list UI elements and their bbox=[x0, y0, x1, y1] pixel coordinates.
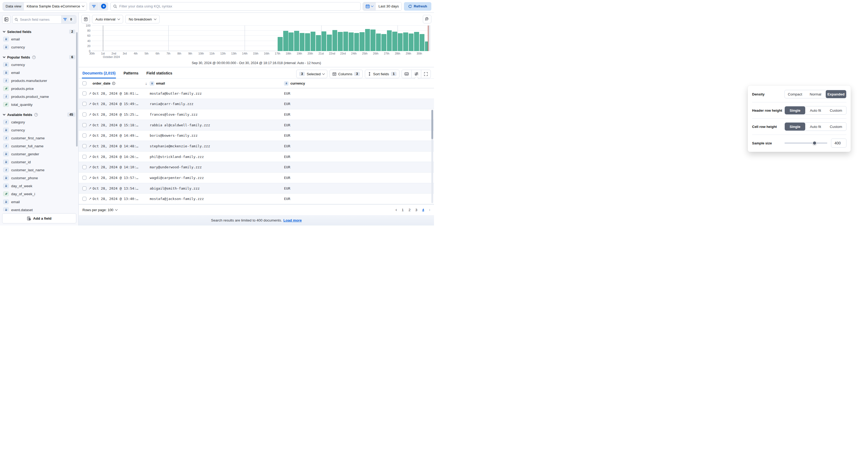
row-checkbox[interactable] bbox=[83, 176, 86, 180]
hide-chart-button[interactable] bbox=[82, 15, 90, 23]
selected-fields-button[interactable]: 3 Selected bbox=[296, 70, 328, 78]
table-row[interactable]: ↗Oct 28, 2024 @ 14:48:…stephanie@mckenzi… bbox=[79, 141, 434, 152]
histogram-bar[interactable] bbox=[365, 29, 370, 51]
load-more-link[interactable]: Load more bbox=[283, 218, 302, 222]
fields-list[interactable]: Selected fields2kemailkcurrencyPopular f… bbox=[0, 25, 79, 211]
table-row[interactable]: ↗Oct 28, 2024 @ 14:10:…mary@underwood-fa… bbox=[79, 162, 434, 172]
histogram-bar[interactable] bbox=[305, 33, 310, 51]
histogram-bar[interactable] bbox=[278, 37, 283, 51]
expand-document-icon[interactable]: ↗ bbox=[89, 197, 91, 201]
field-list-item[interactable]: kcurrency bbox=[3, 126, 75, 134]
histogram-bar[interactable] bbox=[300, 33, 305, 51]
row-checkbox[interactable] bbox=[83, 155, 86, 159]
expand-document-icon[interactable]: ↗ bbox=[89, 123, 91, 127]
field-section-header[interactable]: Popular fields?6 bbox=[3, 55, 75, 59]
histogram-bar[interactable] bbox=[338, 32, 343, 51]
table-row[interactable]: ↗Oct 28, 2024 @ 14:26:…phil@strickland-f… bbox=[79, 152, 434, 162]
expand-document-icon[interactable]: ↗ bbox=[89, 92, 91, 95]
histogram-bar[interactable] bbox=[288, 32, 293, 51]
histogram-bar[interactable] bbox=[343, 32, 348, 51]
table-row[interactable]: ↗Oct 28, 2024 @ 15:25:…frances@love-fami… bbox=[79, 109, 434, 120]
field-section-header[interactable]: Available fields?45 bbox=[3, 112, 75, 117]
histogram-bar[interactable] bbox=[316, 35, 321, 51]
expand-document-icon[interactable]: ↗ bbox=[89, 102, 91, 106]
histogram-bar[interactable] bbox=[354, 33, 359, 51]
histogram-bar[interactable] bbox=[376, 33, 381, 51]
page-3[interactable]: 3 bbox=[415, 208, 417, 212]
histogram-bar[interactable] bbox=[403, 32, 408, 51]
grid-scrollbar[interactable] bbox=[431, 110, 433, 203]
field-list-item[interactable]: kcustomer_id bbox=[3, 158, 75, 166]
table-row[interactable]: ↗Oct 28, 2024 @ 16:01:…mostafa@butler-fa… bbox=[79, 88, 434, 99]
field-list-item[interactable]: #day_of_week_i bbox=[3, 190, 75, 198]
page-2[interactable]: 2 bbox=[408, 208, 411, 212]
histogram-bar[interactable] bbox=[321, 31, 327, 51]
select-all-checkbox[interactable] bbox=[83, 82, 86, 85]
row-checkbox[interactable] bbox=[83, 112, 86, 117]
histogram-bar[interactable] bbox=[333, 30, 338, 51]
field-list-item[interactable]: kemail bbox=[3, 198, 75, 205]
expand-document-icon[interactable]: ↗ bbox=[89, 155, 91, 159]
fullscreen-button[interactable] bbox=[421, 70, 431, 78]
row-checkbox[interactable] bbox=[83, 123, 86, 127]
histogram-bar[interactable] bbox=[381, 34, 386, 51]
field-list-item[interactable]: kday_of_week bbox=[3, 182, 75, 190]
row-checkbox[interactable] bbox=[83, 102, 86, 106]
tab-documents[interactable]: Documents (2,015) bbox=[82, 69, 116, 78]
data-view-picker[interactable]: Data view Kibana Sample Data eCommerce bbox=[3, 2, 87, 11]
collapse-sidebar-button[interactable] bbox=[2, 15, 11, 24]
field-list-item[interactable]: kemail bbox=[3, 69, 75, 76]
sort-desc-icon[interactable]: ↓ bbox=[145, 82, 147, 86]
field-section-header[interactable]: Selected fields2 bbox=[3, 30, 75, 34]
histogram-bar[interactable] bbox=[409, 33, 414, 51]
row-checkbox[interactable] bbox=[83, 133, 86, 137]
expand-document-icon[interactable]: ↗ bbox=[89, 144, 91, 148]
field-filter-button[interactable]: 0 bbox=[61, 15, 76, 23]
data-view-value-button[interactable]: Kibana Sample Data eCommerce bbox=[24, 2, 87, 10]
expand-document-icon[interactable]: ↗ bbox=[89, 112, 91, 117]
add-filter-button[interactable]: + bbox=[99, 2, 108, 11]
field-list-item[interactable]: kcurrency bbox=[3, 61, 75, 68]
field-list-item[interactable]: tcategory bbox=[3, 118, 75, 126]
row-checkbox[interactable] bbox=[83, 197, 86, 201]
expand-document-icon[interactable]: ↗ bbox=[89, 186, 91, 190]
histogram-bar[interactable] bbox=[420, 34, 425, 51]
histogram-bar[interactable] bbox=[398, 33, 403, 51]
date-quick-select-button[interactable] bbox=[363, 2, 376, 10]
row-checkbox[interactable] bbox=[83, 92, 86, 95]
table-row[interactable]: ↗Oct 28, 2024 @ 15:18:…rabbia al@caldwel… bbox=[79, 120, 434, 131]
histogram-bar[interactable] bbox=[294, 31, 299, 51]
field-list-item[interactable]: kemail bbox=[3, 35, 75, 43]
field-list-item[interactable]: tcustomer_first_name bbox=[3, 134, 75, 142]
field-list-item[interactable]: #total_quantity bbox=[3, 101, 75, 108]
rows-per-page-button[interactable]: Rows per page: 100 bbox=[83, 208, 117, 212]
breakdown-select[interactable]: No breakdown bbox=[125, 15, 160, 23]
expand-document-icon[interactable]: ↗ bbox=[89, 165, 91, 169]
column-header-email[interactable]: kemail bbox=[150, 82, 284, 86]
field-list-item[interactable]: tcustomer_full_name bbox=[3, 142, 75, 150]
histogram-bar[interactable] bbox=[283, 31, 288, 51]
filter-menu-button[interactable] bbox=[89, 2, 99, 11]
field-list-item[interactable]: tcustomer_last_name bbox=[3, 166, 75, 174]
field-list-item[interactable]: tproducts.manufacturer bbox=[3, 77, 75, 84]
column-header-currency[interactable]: kcurrency bbox=[284, 82, 434, 86]
row-checkbox[interactable] bbox=[83, 186, 86, 190]
kql-search-input[interactable]: Filter your data using KQL syntax bbox=[111, 2, 361, 11]
field-list-item[interactable]: #products.price bbox=[3, 85, 75, 92]
page-1[interactable]: 1 bbox=[402, 208, 404, 212]
table-row[interactable]: ↗Oct 28, 2024 @ 13:54:…abigail@smith-fam… bbox=[79, 183, 434, 194]
add-field-button[interactable]: Add a field bbox=[2, 213, 76, 223]
sidebar-scrollbar[interactable] bbox=[76, 32, 78, 147]
table-row[interactable]: ↗Oct 28, 2024 @ 14:49:…boris@bowers-fami… bbox=[79, 131, 434, 141]
field-search-input[interactable]: Search field names 0 bbox=[12, 15, 76, 24]
field-list-item[interactable]: tproducts.product_name bbox=[3, 93, 75, 100]
expand-document-icon[interactable]: ↗ bbox=[89, 133, 91, 137]
expand-document-icon[interactable]: ↗ bbox=[89, 176, 91, 180]
histogram-bar[interactable] bbox=[349, 32, 354, 51]
sort-fields-button[interactable]: Sort fields 1 bbox=[365, 70, 399, 78]
interval-select[interactable]: Auto interval bbox=[92, 15, 123, 23]
prev-page-button[interactable]: ‹ bbox=[396, 207, 397, 212]
keyboard-shortcuts-button[interactable] bbox=[402, 70, 411, 78]
histogram-bar[interactable] bbox=[392, 32, 397, 51]
histogram-bar[interactable] bbox=[387, 30, 392, 51]
